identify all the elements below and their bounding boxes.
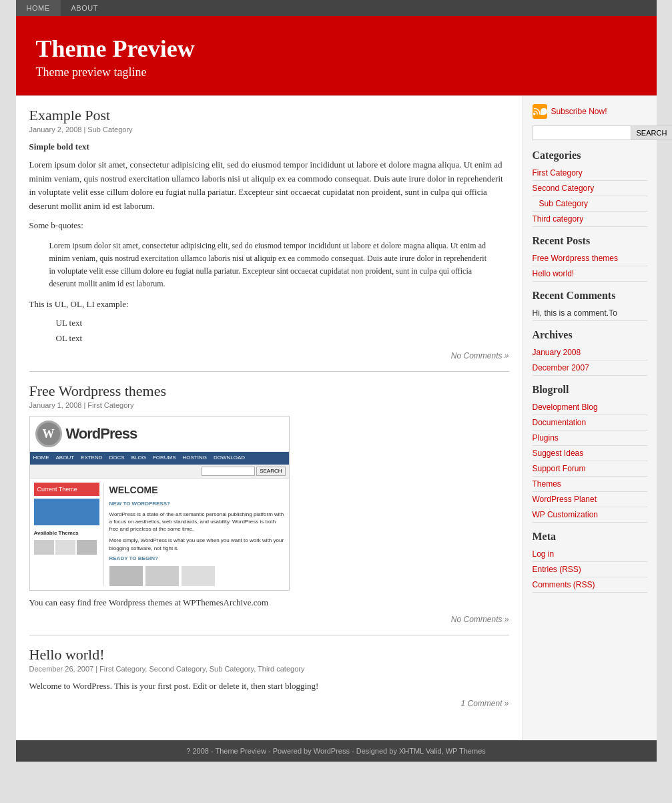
recent-posts-heading: Recent Posts xyxy=(533,235,647,247)
main-content: Example Post January 2, 2008 | Sub Categ… xyxy=(16,96,523,740)
post-wp-themes: Free Wordpress themes January 1, 2008 | … xyxy=(29,382,509,636)
wp-search-btn[interactable]: SEARCH xyxy=(256,467,285,476)
rss-link[interactable]: Subscribe Now! xyxy=(551,107,607,116)
post-body-example: Simple bold text Lorem ipsum dolor sit a… xyxy=(29,140,509,346)
wp-welcome-text: WELCOME xyxy=(109,483,285,497)
rss-subscribe: Subscribe Now! xyxy=(533,104,647,119)
site-header: Theme Preview Theme preview tagline xyxy=(16,16,657,95)
sidebar-search-input[interactable] xyxy=(533,125,631,140)
sidebar-recent-comments: Recent Comments Hi, this is a comment.To xyxy=(533,290,647,321)
category-first[interactable]: First Category xyxy=(533,166,647,181)
post-comments-hello[interactable]: 1 Comment » xyxy=(29,699,509,708)
sidebar-categories: Categories First Category Second Categor… xyxy=(533,150,647,227)
content-area: Example Post January 2, 2008 | Sub Categ… xyxy=(16,95,657,740)
post-body-hello: Welcome to WordPress. This is your first… xyxy=(29,680,509,694)
wp-themes-list xyxy=(34,540,99,555)
site-tagline: Theme preview tagline xyxy=(36,65,637,79)
post-example: Example Post January 2, 2008 | Sub Categ… xyxy=(29,107,509,372)
rss-svg xyxy=(533,107,541,116)
category-sub[interactable]: Sub Category xyxy=(533,196,647,212)
nav-bar: HOME ABOUT xyxy=(16,0,657,16)
post-body-text-wp: You can easy find free Wordpress themes … xyxy=(29,596,509,610)
categories-heading: Categories xyxy=(533,150,647,162)
category-third[interactable]: Third category xyxy=(533,212,647,227)
wp-screenshot: W WordPress HOME ABOUT EXTEND DOCS BLOG … xyxy=(29,416,290,591)
post-blockquote: Lorem ipsum dolor sit amet, consectetur … xyxy=(49,240,489,291)
footer-text: ? 2008 - Theme Preview - Powered by Word… xyxy=(186,747,486,755)
post-title-hello: Hello world! xyxy=(29,646,509,663)
post-title-wp: Free Wordpress themes xyxy=(29,382,509,400)
post-title-example: Example Post xyxy=(29,107,509,124)
sidebar-blogroll: Blogroll Development Blog Documentation … xyxy=(533,384,647,523)
blogroll-wordpress-planet[interactable]: WordPress Planet xyxy=(533,492,647,507)
sidebar-search: SEARCH xyxy=(533,125,647,140)
ul-item: UL text xyxy=(56,316,509,330)
blogroll-suggest-ideas[interactable]: Suggest Ideas xyxy=(533,446,647,461)
archive-dec-2007[interactable]: December 2007 xyxy=(533,360,647,376)
ul-ol-intro: This is UL, OL, LI example: xyxy=(29,298,509,312)
post-comments-wp[interactable]: No Comments » xyxy=(29,615,509,624)
blogroll-plugins[interactable]: Plugins xyxy=(533,431,647,446)
post-body-text-hello: Welcome to WordPress. This is your first… xyxy=(29,680,509,694)
svg-point-0 xyxy=(533,113,535,115)
meta-comments-rss[interactable]: Comments (RSS) xyxy=(533,577,647,593)
wp-logo-text: WordPress xyxy=(66,422,137,445)
recent-comments-heading: Recent Comments xyxy=(533,290,647,302)
wp-available: Available Themes xyxy=(34,529,99,538)
wp-main: WELCOME NEW TO WORDPRESS? WordPress is a… xyxy=(109,483,285,586)
post-hello-world: Hello world! December 26, 2007 | First C… xyxy=(29,646,509,719)
sidebar: Subscribe Now! SEARCH Categories First C… xyxy=(523,96,657,740)
nav-item-about[interactable]: ABOUT xyxy=(61,0,109,16)
bold-text: Simple bold text xyxy=(29,140,509,154)
footer: ? 2008 - Theme Preview - Powered by Word… xyxy=(16,740,657,762)
blogroll-wp-customization[interactable]: WP Customization xyxy=(533,507,647,523)
recent-comment-1: Hi, this is a comment.To xyxy=(533,306,647,321)
wp-search-input[interactable] xyxy=(202,467,255,476)
rss-icon xyxy=(533,104,547,119)
blogroll-heading: Blogroll xyxy=(533,384,647,396)
post-meta-example: January 2, 2008 | Sub Category xyxy=(29,125,509,133)
nav-item-home[interactable]: HOME xyxy=(16,0,61,16)
wp-desc2: More simply, WordPress is what you use w… xyxy=(109,537,285,551)
post-body-wp: W WordPress HOME ABOUT EXTEND DOCS BLOG … xyxy=(29,416,509,610)
category-second[interactable]: Second Category xyxy=(533,181,647,196)
post-meta-wp: January 1, 2008 | First Category xyxy=(29,401,509,409)
blogroll-themes[interactable]: Themes xyxy=(533,477,647,492)
meta-login[interactable]: Log in xyxy=(533,547,647,562)
post-meta-hello: December 26, 2007 | First Category, Seco… xyxy=(29,665,509,673)
archives-heading: Archives xyxy=(533,329,647,341)
wp-nav-home: HOME xyxy=(30,452,53,465)
wp-desc: WordPress is a state-of-the-art semantic… xyxy=(109,511,285,533)
sidebar-recent-posts: Recent Posts Free Wordpress themes Hello… xyxy=(533,235,647,282)
recent-post-1[interactable]: Free Wordpress themes xyxy=(533,251,647,266)
wp-ready: READY TO BEGIN? xyxy=(109,555,285,563)
some-bquotes: Some b-quotes: xyxy=(29,219,509,233)
sidebar-meta: Meta Log in Entries (RSS) Comments (RSS) xyxy=(533,531,647,593)
ol-item: OL text xyxy=(56,332,509,346)
sidebar-search-button[interactable]: SEARCH xyxy=(631,125,673,140)
meta-heading: Meta xyxy=(533,531,647,543)
recent-post-2[interactable]: Hello world! xyxy=(533,266,647,282)
wp-theme-preview xyxy=(34,499,99,525)
blogroll-support-forum[interactable]: Support Forum xyxy=(533,461,647,477)
meta-entries-rss[interactable]: Entries (RSS) xyxy=(533,562,647,577)
post-comments-example[interactable]: No Comments » xyxy=(29,351,509,360)
wp-new-to: NEW TO WORDPRESS? xyxy=(109,500,285,509)
sidebar-archives: Archives January 2008 December 2007 xyxy=(533,329,647,376)
wp-current-theme: Current Theme xyxy=(34,483,99,496)
site-title: Theme Preview xyxy=(36,35,637,63)
post-paragraph: Lorem ipsum dolor sit amet, consectetur … xyxy=(29,158,509,214)
wp-sidebar: Current Theme Available Themes xyxy=(34,483,104,586)
wp-thumbs xyxy=(109,566,285,586)
archive-jan-2008[interactable]: January 2008 xyxy=(533,345,647,360)
blogroll-documentation[interactable]: Documentation xyxy=(533,415,647,431)
blogroll-development[interactable]: Development Blog xyxy=(533,400,647,415)
